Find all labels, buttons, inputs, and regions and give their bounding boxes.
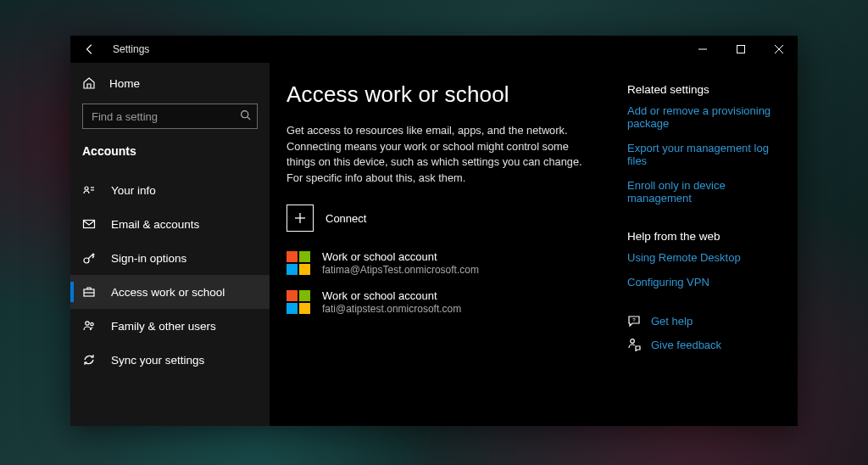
titlebar: Settings	[70, 36, 798, 63]
get-help-link[interactable]: ? Get help	[627, 314, 781, 328]
close-icon	[775, 45, 783, 53]
help-link-vpn[interactable]: Configuring VPN	[627, 276, 781, 289]
svg-point-13	[86, 322, 89, 325]
sync-icon	[82, 353, 96, 367]
sidebar-item-email-accounts[interactable]: Email & accounts	[70, 207, 270, 241]
window-title: Settings	[113, 43, 149, 55]
help-link-remote-desktop[interactable]: Using Remote Desktop	[627, 251, 781, 264]
get-help-label: Get help	[651, 315, 693, 328]
account-detail: fati@atipstest.onmicrosoft.com	[322, 303, 461, 315]
arrow-left-icon	[84, 43, 96, 55]
svg-point-14	[91, 322, 93, 325]
give-feedback-label: Give feedback	[651, 339, 721, 351]
search-wrap	[70, 100, 270, 136]
svg-rect-1	[737, 46, 744, 53]
sidebar-item-your-info[interactable]: Your info	[70, 173, 270, 207]
connect-button[interactable]: Connect	[287, 204, 600, 232]
minimize-icon	[698, 45, 707, 53]
main-left: Access work or school Get access to reso…	[287, 81, 600, 417]
related-link-enroll-device[interactable]: Enroll only in device management	[627, 179, 781, 204]
svg-text:?: ?	[632, 317, 636, 322]
sidebar: Home Accounts Your info	[70, 63, 270, 426]
svg-point-6	[85, 187, 88, 190]
related-link-export-logs[interactable]: Export your management log files	[627, 142, 781, 167]
main-pane: Access work or school Get access to reso…	[270, 63, 798, 426]
svg-line-5	[248, 117, 250, 120]
key-icon	[82, 251, 96, 265]
page-title: Access work or school	[287, 81, 600, 108]
feedback-icon	[627, 338, 641, 351]
account-title: Work or school account	[322, 289, 461, 302]
account-title: Work or school account	[322, 250, 479, 263]
help-heading: Help from the web	[627, 230, 781, 243]
related-heading: Related settings	[627, 83, 781, 96]
home-nav[interactable]: Home	[70, 66, 270, 100]
search-icon	[240, 109, 251, 124]
back-button[interactable]	[82, 43, 97, 55]
maximize-icon	[737, 45, 745, 53]
chat-help-icon: ?	[627, 314, 641, 328]
microsoft-logo-icon	[287, 290, 310, 314]
close-button[interactable]	[760, 36, 798, 63]
sidebar-item-label: Family & other users	[111, 320, 216, 333]
sidebar-item-label: Sync your settings	[111, 354, 204, 367]
window-controls	[683, 36, 798, 63]
maximize-button[interactable]	[721, 36, 760, 63]
give-feedback-link[interactable]: Give feedback	[627, 338, 781, 351]
sidebar-item-signin-options[interactable]: Sign-in options	[70, 241, 270, 275]
connect-label: Connect	[326, 212, 366, 225]
svg-point-4	[242, 111, 248, 118]
home-icon	[82, 76, 96, 90]
account-entry[interactable]: Work or school account fati@atipstest.on…	[287, 289, 600, 315]
person-card-icon	[82, 183, 96, 197]
briefcase-icon	[82, 285, 96, 299]
microsoft-logo-icon	[287, 251, 310, 275]
account-detail: fatima@AtipsTest.onmicrosoft.com	[322, 264, 479, 276]
sidebar-item-family-users[interactable]: Family & other users	[70, 309, 270, 343]
sidebar-item-label: Your info	[111, 184, 156, 197]
sidebar-item-label: Email & accounts	[111, 218, 199, 231]
mail-icon	[82, 217, 96, 231]
related-link-provisioning[interactable]: Add or remove a provisioning package	[627, 104, 781, 130]
settings-window: Settings Home	[70, 36, 798, 426]
svg-point-18	[631, 339, 635, 344]
sidebar-item-label: Sign-in options	[111, 252, 186, 265]
people-icon	[82, 319, 96, 333]
sidebar-item-label: Access work or school	[111, 286, 225, 299]
page-description: Get access to resources like email, apps…	[287, 123, 600, 186]
minimize-button[interactable]	[683, 36, 721, 63]
main-right: Related settings Add or remove a provisi…	[600, 81, 781, 417]
account-entry[interactable]: Work or school account fatima@AtipsTest.…	[287, 250, 600, 276]
home-label: Home	[109, 77, 140, 90]
plus-icon	[287, 204, 314, 232]
section-title: Accounts	[70, 136, 270, 173]
sidebar-item-access-work-school[interactable]: Access work or school	[70, 275, 270, 309]
search-input[interactable]	[82, 104, 258, 129]
sidebar-item-sync-settings[interactable]: Sync your settings	[70, 343, 270, 377]
content: Home Accounts Your info	[70, 63, 798, 426]
